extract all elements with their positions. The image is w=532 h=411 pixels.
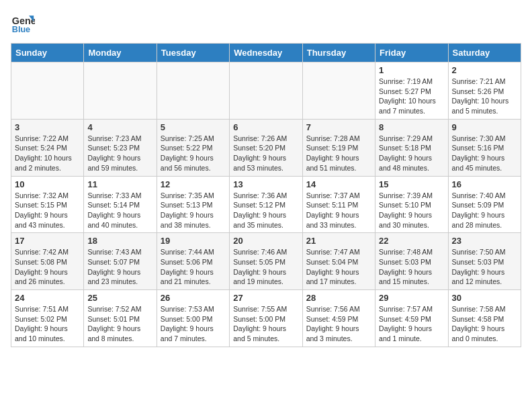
calendar-day: 29Sunrise: 7:57 AM Sunset: 4:59 PM Dayli… — [375, 290, 448, 347]
day-header-thursday: Thursday — [302, 44, 375, 62]
logo-icon: General Blue — [11, 11, 35, 35]
day-number: 28 — [306, 293, 371, 303]
day-number: 7 — [306, 122, 371, 132]
calendar-day: 18Sunrise: 7:43 AM Sunset: 5:07 PM Dayli… — [84, 233, 157, 290]
calendar-day: 11Sunrise: 7:33 AM Sunset: 5:14 PM Dayli… — [84, 176, 157, 233]
day-info: Sunrise: 7:52 AM Sunset: 5:01 PM Dayligh… — [87, 304, 152, 344]
day-number: 13 — [233, 179, 298, 189]
day-info: Sunrise: 7:30 AM Sunset: 5:16 PM Dayligh… — [452, 134, 517, 173]
calendar-day: 22Sunrise: 7:48 AM Sunset: 5:03 PM Dayli… — [375, 233, 448, 290]
day-number: 30 — [452, 293, 517, 303]
calendar-week-5: 24Sunrise: 7:51 AM Sunset: 5:02 PM Dayli… — [11, 290, 521, 347]
day-info: Sunrise: 7:22 AM Sunset: 5:24 PM Dayligh… — [15, 134, 80, 173]
day-info: Sunrise: 7:56 AM Sunset: 4:59 PM Dayligh… — [306, 304, 371, 344]
day-info: Sunrise: 7:35 AM Sunset: 5:13 PM Dayligh… — [161, 191, 226, 230]
day-number: 24 — [15, 293, 80, 303]
day-number: 8 — [379, 122, 444, 132]
day-info: Sunrise: 7:53 AM Sunset: 5:00 PM Dayligh… — [161, 304, 226, 344]
logo: General Blue — [11, 11, 35, 35]
calendar-day: 30Sunrise: 7:58 AM Sunset: 4:58 PM Dayli… — [448, 290, 521, 347]
day-info: Sunrise: 7:32 AM Sunset: 5:15 PM Dayligh… — [15, 191, 80, 230]
day-number: 27 — [233, 293, 298, 303]
day-header-tuesday: Tuesday — [157, 44, 229, 62]
day-info: Sunrise: 7:46 AM Sunset: 5:05 PM Dayligh… — [233, 247, 298, 287]
calendar-day: 4Sunrise: 7:23 AM Sunset: 5:23 PM Daylig… — [84, 119, 157, 176]
calendar-day — [157, 62, 229, 120]
day-number: 22 — [379, 236, 444, 246]
calendar-day: 21Sunrise: 7:47 AM Sunset: 5:04 PM Dayli… — [302, 233, 375, 290]
calendar-day — [230, 62, 302, 120]
calendar-day: 1Sunrise: 7:19 AM Sunset: 5:27 PM Daylig… — [375, 62, 448, 120]
day-number: 20 — [233, 236, 298, 246]
calendar-day: 26Sunrise: 7:53 AM Sunset: 5:00 PM Dayli… — [157, 290, 229, 347]
day-info: Sunrise: 7:43 AM Sunset: 5:07 PM Dayligh… — [87, 247, 152, 287]
day-number: 29 — [379, 293, 444, 303]
day-header-monday: Monday — [84, 44, 157, 62]
day-info: Sunrise: 7:40 AM Sunset: 5:09 PM Dayligh… — [452, 191, 517, 230]
day-info: Sunrise: 7:50 AM Sunset: 5:03 PM Dayligh… — [452, 247, 517, 287]
day-number: 12 — [161, 179, 226, 189]
day-header-friday: Friday — [375, 44, 448, 62]
day-header-saturday: Saturday — [448, 44, 521, 62]
calendar-day: 19Sunrise: 7:44 AM Sunset: 5:06 PM Dayli… — [157, 233, 229, 290]
calendar-day: 2Sunrise: 7:21 AM Sunset: 5:26 PM Daylig… — [448, 62, 521, 120]
day-number: 17 — [15, 236, 80, 246]
svg-text:Blue: Blue — [12, 25, 30, 34]
calendar-week-1: 1Sunrise: 7:19 AM Sunset: 5:27 PM Daylig… — [11, 62, 521, 120]
calendar-day: 20Sunrise: 7:46 AM Sunset: 5:05 PM Dayli… — [230, 233, 302, 290]
day-info: Sunrise: 7:33 AM Sunset: 5:14 PM Dayligh… — [87, 191, 152, 230]
calendar-week-3: 10Sunrise: 7:32 AM Sunset: 5:15 PM Dayli… — [11, 176, 521, 233]
day-info: Sunrise: 7:55 AM Sunset: 5:00 PM Dayligh… — [233, 304, 298, 344]
day-info: Sunrise: 7:19 AM Sunset: 5:27 PM Dayligh… — [379, 77, 444, 116]
day-number: 3 — [15, 122, 80, 132]
calendar-day: 27Sunrise: 7:55 AM Sunset: 5:00 PM Dayli… — [230, 290, 302, 347]
day-header-sunday: Sunday — [11, 44, 84, 62]
day-number: 18 — [87, 236, 152, 246]
day-number: 1 — [379, 65, 444, 75]
calendar-day: 7Sunrise: 7:28 AM Sunset: 5:19 PM Daylig… — [302, 119, 375, 176]
day-number: 9 — [452, 122, 517, 132]
calendar-week-2: 3Sunrise: 7:22 AM Sunset: 5:24 PM Daylig… — [11, 119, 521, 176]
calendar-table: SundayMondayTuesdayWednesdayThursdayFrid… — [11, 43, 521, 347]
day-number: 4 — [87, 122, 152, 132]
calendar-week-4: 17Sunrise: 7:42 AM Sunset: 5:08 PM Dayli… — [11, 233, 521, 290]
day-info: Sunrise: 7:26 AM Sunset: 5:20 PM Dayligh… — [233, 134, 298, 173]
calendar-day: 3Sunrise: 7:22 AM Sunset: 5:24 PM Daylig… — [11, 119, 84, 176]
day-number: 21 — [306, 236, 371, 246]
day-number: 16 — [452, 179, 517, 189]
calendar-day: 14Sunrise: 7:37 AM Sunset: 5:11 PM Dayli… — [302, 176, 375, 233]
day-info: Sunrise: 7:36 AM Sunset: 5:12 PM Dayligh… — [233, 191, 298, 230]
day-info: Sunrise: 7:47 AM Sunset: 5:04 PM Dayligh… — [306, 247, 371, 287]
calendar-day: 17Sunrise: 7:42 AM Sunset: 5:08 PM Dayli… — [11, 233, 84, 290]
day-info: Sunrise: 7:44 AM Sunset: 5:06 PM Dayligh… — [161, 247, 226, 287]
day-info: Sunrise: 7:58 AM Sunset: 4:58 PM Dayligh… — [452, 304, 517, 344]
day-number: 2 — [452, 65, 517, 75]
day-number: 14 — [306, 179, 371, 189]
day-header-wednesday: Wednesday — [230, 44, 302, 62]
calendar-header-row: SundayMondayTuesdayWednesdayThursdayFrid… — [11, 44, 521, 62]
day-info: Sunrise: 7:51 AM Sunset: 5:02 PM Dayligh… — [15, 304, 80, 344]
day-info: Sunrise: 7:28 AM Sunset: 5:19 PM Dayligh… — [306, 134, 371, 173]
calendar-day: 16Sunrise: 7:40 AM Sunset: 5:09 PM Dayli… — [448, 176, 521, 233]
day-info: Sunrise: 7:29 AM Sunset: 5:18 PM Dayligh… — [379, 134, 444, 173]
calendar-day: 8Sunrise: 7:29 AM Sunset: 5:18 PM Daylig… — [375, 119, 448, 176]
day-number: 25 — [87, 293, 152, 303]
day-number: 26 — [161, 293, 226, 303]
day-info: Sunrise: 7:21 AM Sunset: 5:26 PM Dayligh… — [452, 77, 517, 116]
page-header: General Blue — [11, 11, 521, 35]
calendar-day: 10Sunrise: 7:32 AM Sunset: 5:15 PM Dayli… — [11, 176, 84, 233]
calendar-day: 23Sunrise: 7:50 AM Sunset: 5:03 PM Dayli… — [448, 233, 521, 290]
day-number: 19 — [161, 236, 226, 246]
day-info: Sunrise: 7:25 AM Sunset: 5:22 PM Dayligh… — [161, 134, 226, 173]
day-number: 11 — [87, 179, 152, 189]
calendar-day: 15Sunrise: 7:39 AM Sunset: 5:10 PM Dayli… — [375, 176, 448, 233]
day-info: Sunrise: 7:39 AM Sunset: 5:10 PM Dayligh… — [379, 191, 444, 230]
day-info: Sunrise: 7:48 AM Sunset: 5:03 PM Dayligh… — [379, 247, 444, 287]
calendar-day: 6Sunrise: 7:26 AM Sunset: 5:20 PM Daylig… — [230, 119, 302, 176]
day-number: 15 — [379, 179, 444, 189]
calendar-day: 28Sunrise: 7:56 AM Sunset: 4:59 PM Dayli… — [302, 290, 375, 347]
calendar-day: 12Sunrise: 7:35 AM Sunset: 5:13 PM Dayli… — [157, 176, 229, 233]
day-info: Sunrise: 7:23 AM Sunset: 5:23 PM Dayligh… — [87, 134, 152, 173]
calendar-day: 24Sunrise: 7:51 AM Sunset: 5:02 PM Dayli… — [11, 290, 84, 347]
day-info: Sunrise: 7:42 AM Sunset: 5:08 PM Dayligh… — [15, 247, 80, 287]
